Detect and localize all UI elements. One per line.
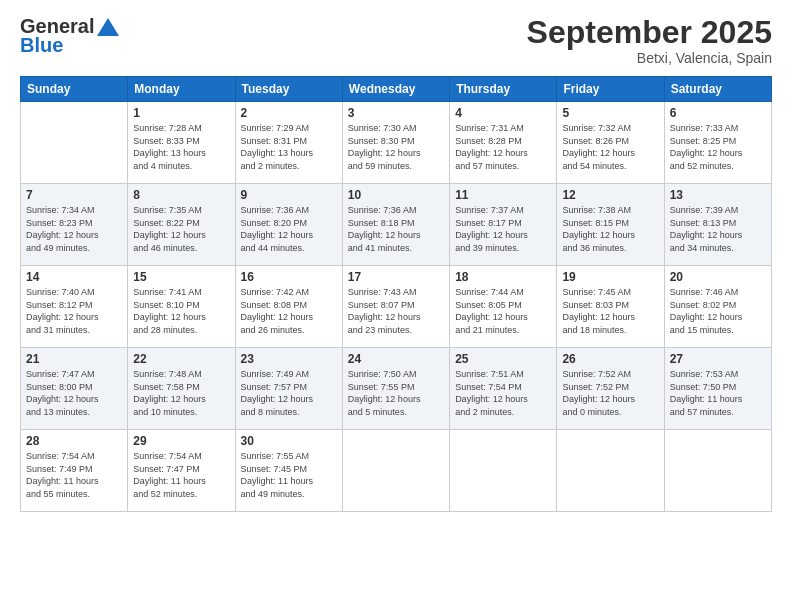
day-info: Sunrise: 7:51 AMSunset: 7:54 PMDaylight:…: [455, 368, 551, 418]
svg-marker-0: [97, 18, 119, 36]
col-tuesday: Tuesday: [235, 77, 342, 102]
table-cell: 22Sunrise: 7:48 AMSunset: 7:58 PMDayligh…: [128, 348, 235, 430]
day-number: 17: [348, 270, 444, 284]
table-cell: [342, 430, 449, 512]
day-info: Sunrise: 7:34 AMSunset: 8:23 PMDaylight:…: [26, 204, 122, 254]
day-number: 13: [670, 188, 766, 202]
day-info: Sunrise: 7:37 AMSunset: 8:17 PMDaylight:…: [455, 204, 551, 254]
day-number: 21: [26, 352, 122, 366]
day-number: 29: [133, 434, 229, 448]
day-number: 4: [455, 106, 551, 120]
day-info: Sunrise: 7:29 AMSunset: 8:31 PMDaylight:…: [241, 122, 337, 172]
table-cell: 23Sunrise: 7:49 AMSunset: 7:57 PMDayligh…: [235, 348, 342, 430]
day-info: Sunrise: 7:28 AMSunset: 8:33 PMDaylight:…: [133, 122, 229, 172]
day-number: 8: [133, 188, 229, 202]
day-info: Sunrise: 7:46 AMSunset: 8:02 PMDaylight:…: [670, 286, 766, 336]
table-cell: [664, 430, 771, 512]
table-cell: [557, 430, 664, 512]
day-number: 24: [348, 352, 444, 366]
table-cell: 8Sunrise: 7:35 AMSunset: 8:22 PMDaylight…: [128, 184, 235, 266]
day-info: Sunrise: 7:54 AMSunset: 7:47 PMDaylight:…: [133, 450, 229, 500]
table-cell: 18Sunrise: 7:44 AMSunset: 8:05 PMDayligh…: [450, 266, 557, 348]
day-number: 5: [562, 106, 658, 120]
col-thursday: Thursday: [450, 77, 557, 102]
title-section: September 2025 Betxi, Valencia, Spain: [527, 15, 772, 66]
logo-blue-text: Blue: [20, 34, 63, 57]
col-wednesday: Wednesday: [342, 77, 449, 102]
calendar-week-row: 14Sunrise: 7:40 AMSunset: 8:12 PMDayligh…: [21, 266, 772, 348]
day-info: Sunrise: 7:52 AMSunset: 7:52 PMDaylight:…: [562, 368, 658, 418]
calendar-week-row: 7Sunrise: 7:34 AMSunset: 8:23 PMDaylight…: [21, 184, 772, 266]
day-number: 11: [455, 188, 551, 202]
table-cell: 14Sunrise: 7:40 AMSunset: 8:12 PMDayligh…: [21, 266, 128, 348]
day-info: Sunrise: 7:53 AMSunset: 7:50 PMDaylight:…: [670, 368, 766, 418]
day-info: Sunrise: 7:45 AMSunset: 8:03 PMDaylight:…: [562, 286, 658, 336]
logo-icon: [97, 18, 119, 36]
table-cell: 25Sunrise: 7:51 AMSunset: 7:54 PMDayligh…: [450, 348, 557, 430]
day-number: 7: [26, 188, 122, 202]
col-saturday: Saturday: [664, 77, 771, 102]
calendar-header-row: Sunday Monday Tuesday Wednesday Thursday…: [21, 77, 772, 102]
table-cell: 7Sunrise: 7:34 AMSunset: 8:23 PMDaylight…: [21, 184, 128, 266]
day-number: 2: [241, 106, 337, 120]
day-info: Sunrise: 7:36 AMSunset: 8:20 PMDaylight:…: [241, 204, 337, 254]
table-cell: 29Sunrise: 7:54 AMSunset: 7:47 PMDayligh…: [128, 430, 235, 512]
table-cell: 30Sunrise: 7:55 AMSunset: 7:45 PMDayligh…: [235, 430, 342, 512]
day-number: 14: [26, 270, 122, 284]
day-info: Sunrise: 7:40 AMSunset: 8:12 PMDaylight:…: [26, 286, 122, 336]
table-cell: 11Sunrise: 7:37 AMSunset: 8:17 PMDayligh…: [450, 184, 557, 266]
location: Betxi, Valencia, Spain: [527, 50, 772, 66]
table-cell: 15Sunrise: 7:41 AMSunset: 8:10 PMDayligh…: [128, 266, 235, 348]
day-info: Sunrise: 7:36 AMSunset: 8:18 PMDaylight:…: [348, 204, 444, 254]
table-cell: 4Sunrise: 7:31 AMSunset: 8:28 PMDaylight…: [450, 102, 557, 184]
day-number: 10: [348, 188, 444, 202]
day-number: 26: [562, 352, 658, 366]
day-info: Sunrise: 7:55 AMSunset: 7:45 PMDaylight:…: [241, 450, 337, 500]
day-info: Sunrise: 7:54 AMSunset: 7:49 PMDaylight:…: [26, 450, 122, 500]
day-number: 23: [241, 352, 337, 366]
table-cell: [21, 102, 128, 184]
day-info: Sunrise: 7:43 AMSunset: 8:07 PMDaylight:…: [348, 286, 444, 336]
day-number: 22: [133, 352, 229, 366]
day-number: 27: [670, 352, 766, 366]
day-info: Sunrise: 7:48 AMSunset: 7:58 PMDaylight:…: [133, 368, 229, 418]
day-number: 15: [133, 270, 229, 284]
day-number: 12: [562, 188, 658, 202]
col-monday: Monday: [128, 77, 235, 102]
day-info: Sunrise: 7:49 AMSunset: 7:57 PMDaylight:…: [241, 368, 337, 418]
col-friday: Friday: [557, 77, 664, 102]
day-info: Sunrise: 7:44 AMSunset: 8:05 PMDaylight:…: [455, 286, 551, 336]
table-cell: 5Sunrise: 7:32 AMSunset: 8:26 PMDaylight…: [557, 102, 664, 184]
day-info: Sunrise: 7:30 AMSunset: 8:30 PMDaylight:…: [348, 122, 444, 172]
day-info: Sunrise: 7:42 AMSunset: 8:08 PMDaylight:…: [241, 286, 337, 336]
day-info: Sunrise: 7:47 AMSunset: 8:00 PMDaylight:…: [26, 368, 122, 418]
day-number: 9: [241, 188, 337, 202]
table-cell: 27Sunrise: 7:53 AMSunset: 7:50 PMDayligh…: [664, 348, 771, 430]
day-info: Sunrise: 7:31 AMSunset: 8:28 PMDaylight:…: [455, 122, 551, 172]
day-info: Sunrise: 7:33 AMSunset: 8:25 PMDaylight:…: [670, 122, 766, 172]
calendar-table: Sunday Monday Tuesday Wednesday Thursday…: [20, 76, 772, 512]
day-number: 3: [348, 106, 444, 120]
table-cell: 13Sunrise: 7:39 AMSunset: 8:13 PMDayligh…: [664, 184, 771, 266]
day-number: 30: [241, 434, 337, 448]
day-number: 25: [455, 352, 551, 366]
table-cell: 12Sunrise: 7:38 AMSunset: 8:15 PMDayligh…: [557, 184, 664, 266]
logo: General Blue: [20, 15, 119, 57]
table-cell: 26Sunrise: 7:52 AMSunset: 7:52 PMDayligh…: [557, 348, 664, 430]
calendar-week-row: 28Sunrise: 7:54 AMSunset: 7:49 PMDayligh…: [21, 430, 772, 512]
table-cell: 24Sunrise: 7:50 AMSunset: 7:55 PMDayligh…: [342, 348, 449, 430]
table-cell: 10Sunrise: 7:36 AMSunset: 8:18 PMDayligh…: [342, 184, 449, 266]
day-info: Sunrise: 7:41 AMSunset: 8:10 PMDaylight:…: [133, 286, 229, 336]
table-cell: [450, 430, 557, 512]
day-number: 6: [670, 106, 766, 120]
table-cell: 20Sunrise: 7:46 AMSunset: 8:02 PMDayligh…: [664, 266, 771, 348]
day-number: 18: [455, 270, 551, 284]
table-cell: 21Sunrise: 7:47 AMSunset: 8:00 PMDayligh…: [21, 348, 128, 430]
day-info: Sunrise: 7:35 AMSunset: 8:22 PMDaylight:…: [133, 204, 229, 254]
table-cell: 19Sunrise: 7:45 AMSunset: 8:03 PMDayligh…: [557, 266, 664, 348]
day-number: 20: [670, 270, 766, 284]
day-number: 19: [562, 270, 658, 284]
table-cell: 28Sunrise: 7:54 AMSunset: 7:49 PMDayligh…: [21, 430, 128, 512]
table-cell: 2Sunrise: 7:29 AMSunset: 8:31 PMDaylight…: [235, 102, 342, 184]
day-info: Sunrise: 7:32 AMSunset: 8:26 PMDaylight:…: [562, 122, 658, 172]
